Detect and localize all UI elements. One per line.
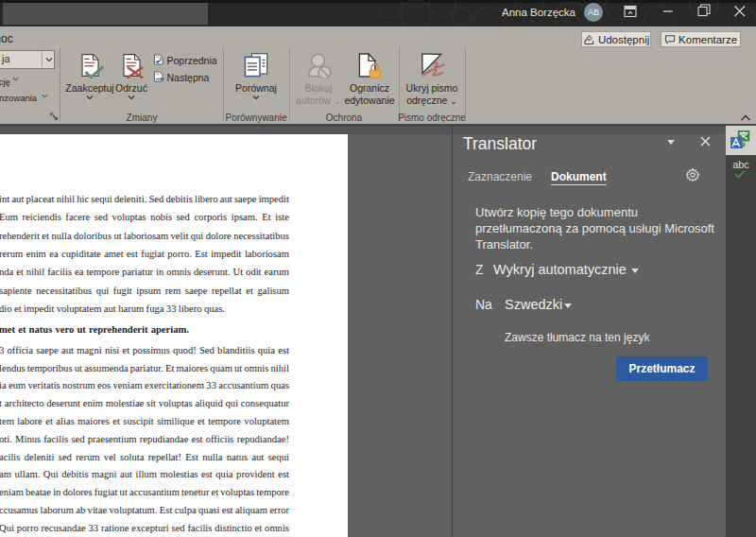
svg-text:abc: abc	[732, 159, 749, 170]
